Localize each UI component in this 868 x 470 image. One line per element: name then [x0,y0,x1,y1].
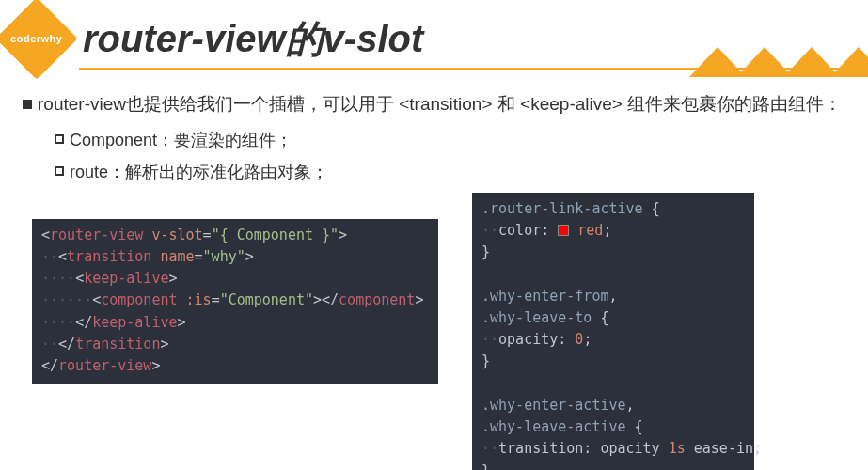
bullet-level-2: Component：要渲染的组件； [55,129,845,151]
decorative-zigzag [680,38,868,77]
hollow-square-icon [55,134,64,144]
svg-marker-1 [736,47,793,77]
color-swatch-icon [558,225,569,236]
svg-marker-2 [783,47,840,77]
logo-text: coderwhy [10,33,62,44]
code-block-template: <router-view v-slot="{ Component }"> ··<… [32,219,438,385]
bullet-text: Component：要渲染的组件； [70,129,292,151]
code-block-css: .router-link-active { ··color: red; } .w… [472,193,754,470]
bullet-level-1: router-view也提供给我们一个插槽，可以用于 <transition> … [23,92,845,118]
bullet-level-2: route：解析出的标准化路由对象； [55,161,845,183]
bullet-text: router-view也提供给我们一个插槽，可以用于 <transition> … [38,92,842,118]
bullet-text: route：解析出的标准化路由对象； [70,161,328,183]
content: router-view也提供给我们一个插槽，可以用于 <transition> … [0,68,868,470]
page-title: router-view的v-slot [83,13,423,65]
svg-marker-0 [689,47,746,77]
code-row: <router-view v-slot="{ Component }"> ··<… [23,193,845,470]
svg-marker-3 [830,47,868,77]
square-bullet-icon [23,100,32,109]
hollow-square-icon [55,166,64,176]
